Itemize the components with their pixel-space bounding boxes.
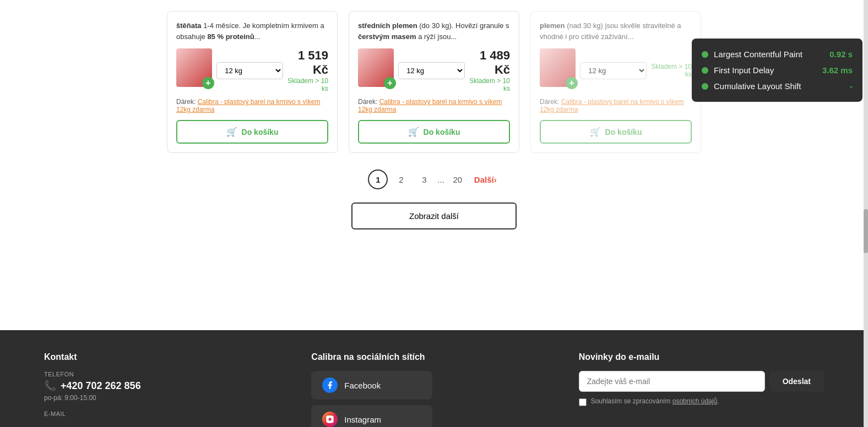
footer-social-title: Calibra na sociálních sítích [311, 352, 556, 362]
footer-newsletter: Novinky do e-mailu Odeslat Souhlasím se … [579, 352, 824, 427]
cls-value: - [850, 81, 853, 91]
page-1-button[interactable]: 1 [368, 169, 388, 189]
product-3-image-row: + 12 kg Skladem > 10 ks [540, 48, 692, 92]
product-2-weight-select[interactable]: 12 kg [398, 62, 465, 79]
product-2-gift-link[interactable]: Calibra - plastový barel na krmivo s vík… [358, 98, 502, 113]
instagram-button[interactable]: Instagram [311, 405, 432, 427]
product-2-gift: Dárek: Calibra - plastový barel na krmiv… [358, 98, 510, 113]
product-3-stock: Skladem > 10 ks [647, 63, 692, 78]
product-1-gift: Dárek: Calibra - plastový barel na krmiv… [176, 98, 328, 113]
personal-data-link[interactable]: osobních údajů [672, 397, 717, 405]
instagram-icon [322, 412, 338, 427]
performance-overlay: Largest Contentful Paint 0.92 s First In… [692, 39, 862, 102]
product-2-price: 1 489 Kč [465, 48, 510, 77]
footer-contact: Kontakt TELEFON 📞 +420 702 262 856 po-pá… [44, 352, 289, 427]
perf-lcp-row: Largest Contentful Paint 0.92 s [702, 46, 853, 62]
product-1-weight-select[interactable]: 12 kg [216, 62, 283, 79]
product-1-image: + [176, 48, 216, 92]
newsletter-input-row: Odeslat [579, 371, 824, 392]
footer-newsletter-title: Novinky do e-mailu [579, 352, 824, 362]
consent-checkbox[interactable] [579, 398, 587, 406]
product-3-description: plemen (nad 30 kg) jsou skvěle stravitel… [540, 20, 692, 42]
newsletter-email-input[interactable] [579, 371, 765, 392]
product-card-2: středních plemen (do 30 kg). Hovězí gran… [349, 11, 519, 153]
footer-contact-title: Kontakt [44, 352, 289, 362]
perf-fid-row: First Input Delay 3.62 ms [702, 62, 853, 78]
footer-phone-label: TELEFON [44, 371, 289, 377]
consent-text: Souhlasím se zpracováním osobních údajů. [591, 397, 719, 405]
product-2-image: + [358, 48, 398, 92]
page-20-button[interactable]: 20 [448, 169, 468, 189]
phone-icon: 📞 [44, 380, 56, 392]
product-card-3: plemen (nad 30 kg) jsou skvěle stravitel… [530, 11, 701, 153]
cls-dot [702, 83, 708, 90]
page-2-button[interactable]: 2 [391, 169, 411, 189]
product-3-add-icon[interactable]: + [566, 77, 578, 89]
footer-hours: po-pá: 9:00-15:00 [44, 394, 289, 402]
scrollbar[interactable] [864, 0, 868, 427]
product-3-cart-button[interactable]: 🛒 Do košíku [540, 120, 692, 144]
product-1-image-row: + 12 kg 1 519 Kč Skladem > 10 ks [176, 48, 328, 92]
cart-icon-1: 🛒 [226, 127, 237, 137]
page-next-button[interactable]: Další › [471, 169, 500, 189]
product-card-1: štěňata 1-4 měsíce. Je kompletním krmive… [167, 11, 338, 153]
fid-label: First Input Delay [714, 65, 774, 75]
scrollbar-thumb [864, 209, 868, 253]
pagination-ellipsis: ... [437, 175, 444, 184]
footer: Kontakt TELEFON 📞 +420 702 262 856 po-pá… [0, 330, 868, 427]
product-2-add-icon[interactable]: + [384, 77, 396, 89]
product-2-image-row: + 12 kg 1 489 Kč Skladem > 10 ks [358, 48, 510, 92]
cart-icon-3: 🛒 [590, 127, 601, 137]
fid-value: 3.62 ms [822, 65, 853, 75]
product-3-image: + [540, 48, 580, 92]
pagination: 1 2 3 ... 20 Další › [22, 169, 846, 189]
footer-phone[interactable]: +420 702 262 856 [61, 380, 141, 392]
product-1-add-icon[interactable]: + [202, 77, 214, 89]
product-1-stock: Skladem > 10 ks [283, 77, 328, 92]
fid-dot [702, 67, 708, 74]
product-1-description: štěňata 1-4 měsíce. Je kompletním krmive… [176, 20, 328, 42]
lcp-value: 0.92 s [829, 50, 853, 59]
footer-grid: Kontakt TELEFON 📞 +420 702 262 856 po-pá… [44, 352, 824, 427]
newsletter-consent-row: Souhlasím se zpracováním osobních údajů. [579, 397, 824, 406]
perf-cls-row: Cumulative Layout Shift - [702, 78, 853, 94]
product-3-weight-select[interactable]: 12 kg [580, 62, 647, 79]
lcp-label: Largest Contentful Paint [714, 50, 802, 59]
product-1-price: 1 519 Kč [283, 48, 328, 77]
cart-icon-2: 🛒 [408, 127, 419, 137]
newsletter-send-button[interactable]: Odeslat [769, 371, 824, 392]
footer-email-label: E-MAIL [44, 410, 289, 417]
product-1-gift-link[interactable]: Calibra - plastový barel na krmivo s vík… [176, 98, 320, 113]
product-3-gift: Dárek: Calibra - plastový barel na krmiv… [540, 98, 692, 113]
product-2-cart-button[interactable]: 🛒 Do košíku [358, 120, 510, 144]
show-more-button[interactable]: Zobrazit další [351, 202, 517, 229]
facebook-icon [322, 377, 338, 393]
product-2-stock: Skladem > 10 ks [465, 77, 510, 92]
cls-label: Cumulative Layout Shift [714, 81, 801, 91]
facebook-label: Facebook [344, 381, 381, 390]
footer-social: Calibra na sociálních sítích Facebook In… [311, 352, 556, 427]
instagram-label: Instagram [344, 415, 381, 424]
product-2-description: středních plemen (do 30 kg). Hovězí gran… [358, 20, 510, 42]
product-1-cart-button[interactable]: 🛒 Do košíku [176, 120, 328, 144]
facebook-button[interactable]: Facebook [311, 371, 432, 399]
page-3-button[interactable]: 3 [414, 169, 434, 189]
product-3-gift-link[interactable]: Calibra - plastový barel na krmivo s vík… [540, 98, 683, 113]
lcp-dot [702, 51, 708, 58]
